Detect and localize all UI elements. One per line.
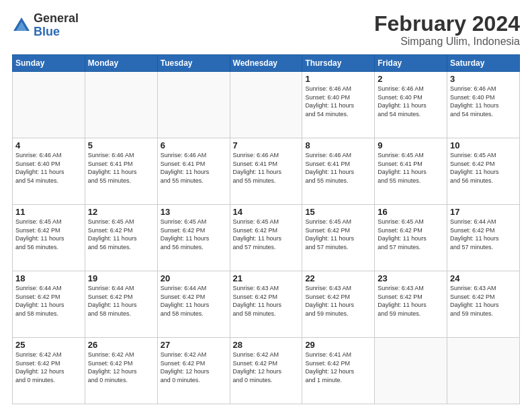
day-number: 19 — [88, 273, 154, 283]
day-info: Sunrise: 6:46 AM Sunset: 6:41 PM Dayligh… — [88, 151, 154, 185]
header-wednesday: Wednesday — [230, 55, 302, 72]
table-row: 9Sunrise: 6:45 AM Sunset: 6:41 PM Daylig… — [375, 138, 447, 205]
logo-blue: Blue — [34, 26, 79, 39]
day-number: 12 — [88, 207, 154, 217]
calendar-week-row: 25Sunrise: 6:42 AM Sunset: 6:42 PM Dayli… — [13, 338, 520, 404]
header-monday: Monday — [85, 55, 157, 72]
table-row: 25Sunrise: 6:42 AM Sunset: 6:42 PM Dayli… — [13, 338, 85, 404]
table-row: 15Sunrise: 6:45 AM Sunset: 6:42 PM Dayli… — [302, 205, 375, 271]
day-number: 23 — [378, 273, 444, 283]
day-number: 13 — [161, 207, 227, 217]
day-number: 3 — [450, 74, 517, 84]
day-info: Sunrise: 6:43 AM Sunset: 6:42 PM Dayligh… — [378, 284, 444, 318]
table-row: 11Sunrise: 6:45 AM Sunset: 6:42 PM Dayli… — [13, 205, 85, 271]
day-info: Sunrise: 6:45 AM Sunset: 6:42 PM Dayligh… — [450, 151, 517, 185]
day-info: Sunrise: 6:41 AM Sunset: 6:42 PM Dayligh… — [305, 351, 371, 384]
day-info: Sunrise: 6:44 AM Sunset: 6:42 PM Dayligh… — [450, 218, 517, 251]
day-number: 11 — [15, 207, 82, 217]
table-row — [447, 338, 520, 404]
header-saturday: Saturday — [447, 55, 520, 72]
day-info: Sunrise: 6:42 AM Sunset: 6:42 PM Dayligh… — [161, 351, 227, 384]
main-title: February 2024 — [374, 12, 520, 36]
table-row: 22Sunrise: 6:43 AM Sunset: 6:42 PM Dayli… — [302, 271, 375, 338]
table-row: 10Sunrise: 6:45 AM Sunset: 6:42 PM Dayli… — [447, 138, 520, 205]
table-row: 5Sunrise: 6:46 AM Sunset: 6:41 PM Daylig… — [85, 138, 157, 205]
table-row: 12Sunrise: 6:45 AM Sunset: 6:42 PM Dayli… — [85, 205, 157, 271]
day-info: Sunrise: 6:44 AM Sunset: 6:42 PM Dayligh… — [88, 284, 154, 318]
header: General Blue February 2024 Simpang Ulim,… — [12, 12, 520, 48]
logo-icon — [12, 16, 31, 35]
day-info: Sunrise: 6:45 AM Sunset: 6:41 PM Dayligh… — [378, 151, 444, 185]
logo-general: General — [34, 12, 79, 26]
day-number: 27 — [161, 340, 227, 350]
header-tuesday: Tuesday — [157, 55, 230, 72]
table-row: 14Sunrise: 6:45 AM Sunset: 6:42 PM Dayli… — [230, 205, 302, 271]
day-info: Sunrise: 6:42 AM Sunset: 6:42 PM Dayligh… — [233, 351, 300, 384]
logo: General Blue — [12, 12, 79, 39]
table-row: 6Sunrise: 6:46 AM Sunset: 6:41 PM Daylig… — [157, 138, 230, 205]
page: General Blue February 2024 Simpang Ulim,… — [0, 0, 532, 411]
table-row: 20Sunrise: 6:44 AM Sunset: 6:42 PM Dayli… — [157, 271, 230, 338]
day-info: Sunrise: 6:45 AM Sunset: 6:42 PM Dayligh… — [161, 218, 227, 251]
calendar-header-row: Sunday Monday Tuesday Wednesday Thursday… — [13, 55, 520, 72]
day-number: 1 — [305, 74, 371, 84]
day-info: Sunrise: 6:46 AM Sunset: 6:40 PM Dayligh… — [378, 85, 444, 118]
day-number: 21 — [233, 273, 300, 283]
day-info: Sunrise: 6:45 AM Sunset: 6:42 PM Dayligh… — [305, 218, 371, 251]
table-row — [13, 72, 85, 138]
day-number: 22 — [305, 273, 371, 283]
day-number: 14 — [233, 207, 300, 217]
table-row — [85, 72, 157, 138]
day-number: 25 — [15, 340, 82, 350]
day-number: 9 — [378, 140, 444, 150]
day-number: 28 — [233, 340, 300, 350]
calendar-week-row: 11Sunrise: 6:45 AM Sunset: 6:42 PM Dayli… — [13, 205, 520, 271]
table-row — [375, 338, 447, 404]
logo-text: General Blue — [34, 12, 79, 39]
sub-title: Simpang Ulim, Indonesia — [374, 36, 520, 48]
table-row: 29Sunrise: 6:41 AM Sunset: 6:42 PM Dayli… — [302, 338, 375, 404]
table-row — [230, 72, 302, 138]
table-row: 3Sunrise: 6:46 AM Sunset: 6:40 PM Daylig… — [447, 72, 520, 138]
table-row: 23Sunrise: 6:43 AM Sunset: 6:42 PM Dayli… — [375, 271, 447, 338]
table-row: 19Sunrise: 6:44 AM Sunset: 6:42 PM Dayli… — [85, 271, 157, 338]
header-thursday: Thursday — [302, 55, 375, 72]
title-block: February 2024 Simpang Ulim, Indonesia — [374, 12, 520, 48]
day-info: Sunrise: 6:46 AM Sunset: 6:41 PM Dayligh… — [233, 151, 300, 185]
day-info: Sunrise: 6:46 AM Sunset: 6:40 PM Dayligh… — [305, 85, 371, 118]
day-number: 17 — [450, 207, 517, 217]
day-number: 29 — [305, 340, 371, 350]
table-row: 21Sunrise: 6:43 AM Sunset: 6:42 PM Dayli… — [230, 271, 302, 338]
day-info: Sunrise: 6:46 AM Sunset: 6:41 PM Dayligh… — [305, 151, 371, 185]
table-row: 16Sunrise: 6:45 AM Sunset: 6:42 PM Dayli… — [375, 205, 447, 271]
table-row: 1Sunrise: 6:46 AM Sunset: 6:40 PM Daylig… — [302, 72, 375, 138]
day-number: 18 — [15, 273, 82, 283]
calendar-week-row: 18Sunrise: 6:44 AM Sunset: 6:42 PM Dayli… — [13, 271, 520, 338]
day-number: 10 — [450, 140, 517, 150]
table-row — [157, 72, 230, 138]
calendar-table: Sunday Monday Tuesday Wednesday Thursday… — [12, 54, 520, 404]
day-info: Sunrise: 6:43 AM Sunset: 6:42 PM Dayligh… — [305, 284, 371, 318]
day-info: Sunrise: 6:43 AM Sunset: 6:42 PM Dayligh… — [450, 284, 517, 318]
table-row: 24Sunrise: 6:43 AM Sunset: 6:42 PM Dayli… — [447, 271, 520, 338]
day-number: 8 — [305, 140, 371, 150]
day-info: Sunrise: 6:46 AM Sunset: 6:40 PM Dayligh… — [450, 85, 517, 118]
day-info: Sunrise: 6:46 AM Sunset: 6:41 PM Dayligh… — [161, 151, 227, 185]
table-row: 2Sunrise: 6:46 AM Sunset: 6:40 PM Daylig… — [375, 72, 447, 138]
table-row: 18Sunrise: 6:44 AM Sunset: 6:42 PM Dayli… — [13, 271, 85, 338]
day-number: 6 — [161, 140, 227, 150]
day-info: Sunrise: 6:44 AM Sunset: 6:42 PM Dayligh… — [15, 284, 82, 318]
day-info: Sunrise: 6:43 AM Sunset: 6:42 PM Dayligh… — [233, 284, 300, 318]
day-info: Sunrise: 6:44 AM Sunset: 6:42 PM Dayligh… — [161, 284, 227, 318]
day-number: 20 — [161, 273, 227, 283]
calendar-week-row: 4Sunrise: 6:46 AM Sunset: 6:40 PM Daylig… — [13, 138, 520, 205]
day-number: 4 — [15, 140, 82, 150]
day-number: 5 — [88, 140, 154, 150]
table-row: 7Sunrise: 6:46 AM Sunset: 6:41 PM Daylig… — [230, 138, 302, 205]
day-info: Sunrise: 6:45 AM Sunset: 6:42 PM Dayligh… — [88, 218, 154, 251]
day-number: 7 — [233, 140, 300, 150]
day-number: 24 — [450, 273, 517, 283]
day-info: Sunrise: 6:45 AM Sunset: 6:42 PM Dayligh… — [233, 218, 300, 251]
header-friday: Friday — [375, 55, 447, 72]
table-row: 17Sunrise: 6:44 AM Sunset: 6:42 PM Dayli… — [447, 205, 520, 271]
